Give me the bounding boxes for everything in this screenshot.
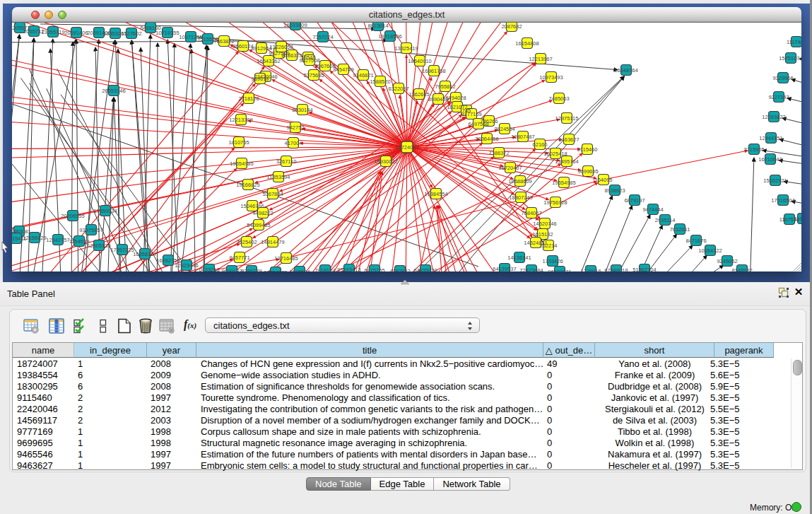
svg-text:10807487: 10807487	[511, 134, 534, 140]
svg-text:9146821: 9146821	[353, 72, 373, 78]
svg-text:9329966: 9329966	[772, 75, 793, 81]
svg-text:14520746: 14520746	[533, 221, 556, 227]
svg-text:02654235: 02654235	[264, 269, 287, 272]
svg-text:97848018: 97848018	[604, 267, 628, 272]
svg-text:4498222: 4498222	[252, 210, 273, 216]
svg-text:10654122: 10654122	[698, 247, 722, 254]
svg-text:9227343: 9227343	[768, 94, 789, 100]
svg-text:8813014: 8813014	[367, 23, 388, 29]
svg-text:17359934: 17359934	[93, 208, 117, 214]
svg-text:12505135: 12505135	[87, 243, 110, 249]
svg-text:5367834: 5367834	[262, 191, 283, 197]
svg-text:15751074: 15751074	[779, 55, 801, 62]
svg-text:15720407: 15720407	[498, 165, 522, 171]
svg-text:10958107: 10958107	[133, 251, 156, 257]
svg-text:8030144: 8030144	[292, 107, 312, 113]
svg-text:1226916: 1226916	[580, 268, 601, 272]
svg-text:8386379: 8386379	[241, 268, 261, 272]
svg-text:16033809: 16033809	[283, 23, 307, 28]
svg-text:20364456: 20364456	[475, 136, 498, 142]
svg-text:2087682: 2087682	[501, 23, 522, 30]
svg-text:3215955: 3215955	[743, 146, 764, 153]
svg-text:7955812: 7955812	[435, 83, 455, 90]
svg-text:989618: 989618	[251, 76, 269, 82]
svg-text:12213967: 12213967	[529, 56, 552, 62]
svg-text:19756928: 19756928	[543, 199, 567, 206]
svg-text:9699695: 9699695	[577, 168, 598, 175]
svg-text:9463627: 9463627	[558, 136, 579, 143]
svg-text:10719155: 10719155	[155, 30, 179, 36]
svg-text:3267110: 3267110	[276, 158, 297, 165]
svg-text:15692921: 15692921	[763, 177, 787, 184]
svg-text:18724007: 18724007	[395, 144, 418, 151]
svg-text:1733426: 1733426	[542, 258, 563, 264]
svg-text:7663822: 7663822	[213, 38, 234, 45]
svg-text:12342757: 12342757	[46, 237, 69, 243]
svg-text:2967608: 2967608	[314, 63, 335, 69]
svg-text:6879197: 6879197	[624, 197, 645, 204]
svg-text:72423884: 72423884	[519, 267, 543, 272]
svg-text:746266: 746266	[480, 118, 498, 124]
svg-text:7684067: 7684067	[521, 210, 541, 216]
svg-text:1810755: 1810755	[228, 139, 249, 146]
svg-text:8454749: 8454749	[333, 66, 353, 73]
svg-text:19218506: 19218506	[378, 33, 401, 40]
svg-text:13226058: 13226058	[269, 44, 293, 50]
svg-text:9115460: 9115460	[577, 146, 598, 153]
svg-text:18807249: 18807249	[509, 194, 532, 201]
svg-text:10973493: 10973493	[539, 74, 563, 81]
svg-text:16543362: 16543362	[257, 58, 280, 64]
svg-text:64139537: 64139537	[493, 266, 516, 272]
svg-text:16648764: 16648764	[614, 67, 637, 74]
svg-text:13055719: 13055719	[41, 29, 64, 35]
svg-text:93103413: 93103413	[337, 267, 360, 272]
svg-text:12156829: 12156829	[23, 235, 46, 241]
svg-text:0433218: 0433218	[199, 267, 219, 272]
svg-text:8660124: 8660124	[233, 43, 253, 49]
svg-text:16961758: 16961758	[422, 68, 445, 74]
svg-text:1588520: 1588520	[370, 78, 390, 85]
svg-text:14483081: 14483081	[12, 228, 31, 235]
svg-text:26053346: 26053346	[102, 88, 125, 94]
svg-text:13716485: 13716485	[274, 255, 298, 262]
svg-text:9457771: 9457771	[229, 255, 249, 261]
svg-text:16154808: 16154808	[515, 40, 539, 47]
svg-text:19166825: 19166825	[236, 182, 259, 188]
svg-text:20691406: 20691406	[64, 30, 88, 36]
svg-text:3824554: 3824554	[494, 126, 514, 132]
svg-text:1117482: 1117482	[787, 39, 801, 45]
svg-text:18640910: 18640910	[408, 58, 431, 64]
svg-text:6475255: 6475255	[364, 267, 384, 272]
svg-text:12093822: 12093822	[762, 114, 785, 120]
svg-text:10688609: 10688609	[508, 178, 531, 185]
svg-text:942752: 942752	[286, 124, 304, 131]
svg-text:7632611: 7632611	[670, 226, 690, 233]
svg-text:96532871: 96532871	[548, 269, 571, 272]
svg-text:417004: 417004	[284, 140, 302, 146]
svg-text:19384554: 19384554	[424, 191, 447, 197]
svg-text:13495764: 13495764	[555, 158, 578, 165]
svg-text:7485063: 7485063	[548, 95, 569, 102]
svg-text:7625402: 7625402	[236, 239, 257, 245]
svg-text:14136141: 14136141	[507, 255, 531, 261]
svg-text:8148932: 8148932	[731, 267, 752, 272]
svg-text:164095: 164095	[594, 177, 612, 183]
svg-text:17016504: 17016504	[771, 197, 794, 204]
svg-text:19654985: 19654985	[230, 160, 253, 167]
svg-text:1362615: 1362615	[408, 91, 429, 98]
svg-text:15930022: 15930022	[374, 158, 397, 165]
svg-text:252214: 252214	[539, 243, 557, 249]
svg-text:20206555: 20206555	[61, 213, 84, 219]
svg-text:5375685: 5375685	[303, 72, 324, 78]
svg-text:9777169: 9777169	[461, 111, 481, 117]
svg-text:8471676: 8471676	[686, 238, 706, 244]
svg-text:12444151: 12444151	[759, 135, 782, 141]
svg-text:12213369: 12213369	[229, 117, 252, 123]
svg-text:14914479: 14914479	[261, 239, 284, 245]
svg-text:9474444: 9474444	[642, 206, 663, 213]
svg-text:13325419: 13325419	[394, 45, 418, 52]
svg-text:62160: 62160	[533, 141, 548, 148]
svg-text:64835030: 64835030	[413, 267, 437, 272]
svg-text:1527602: 1527602	[121, 30, 141, 37]
svg-text:10025418: 10025418	[543, 151, 567, 157]
